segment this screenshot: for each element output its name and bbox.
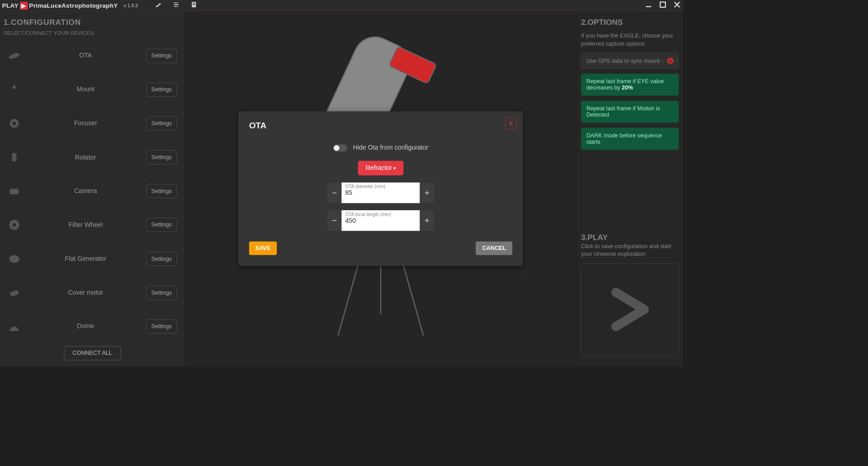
device-label: Dome xyxy=(25,323,146,330)
svg-rect-4 xyxy=(193,3,195,4)
device-label: OTA xyxy=(25,52,146,60)
svg-rect-18 xyxy=(10,290,19,297)
play-title: 3.PLAY xyxy=(581,233,679,242)
device-row-dome: Dome Settings xyxy=(4,310,181,344)
device-label: Mount xyxy=(25,86,146,94)
svg-rect-13 xyxy=(12,153,16,162)
device-row-mount: Mount Settings xyxy=(4,73,181,107)
device-row-flat-generator: Flat Generator Settings xyxy=(4,242,181,276)
focal-stepper: − OTA focal length (mm) + xyxy=(327,210,434,231)
device-label: Focuser xyxy=(25,120,146,127)
device-label: Filter Wheel xyxy=(25,221,146,229)
ota-settings-button[interactable]: Settings xyxy=(146,48,177,62)
minimize-icon[interactable] xyxy=(645,1,652,10)
device-row-filter-wheel: Filter Wheel Settings xyxy=(4,208,181,242)
device-label: Flat Generator xyxy=(25,255,146,263)
diameter-input[interactable] xyxy=(345,189,416,197)
document-icon[interactable] xyxy=(190,1,198,10)
hide-ota-toggle[interactable] xyxy=(333,144,347,151)
svg-point-10 xyxy=(8,52,20,60)
device-label: Rotator xyxy=(25,154,146,161)
eye-repeat-option[interactable]: Repeat last frame if EYE value decreases… xyxy=(581,74,679,96)
dialog-title: OTA xyxy=(249,121,512,131)
titlebar: PLAY ▶ PrimaLuceAstrophotographY v 1.9.3 xyxy=(0,0,683,11)
app-logo-icon: ▶ xyxy=(20,2,28,9)
configuration-title: 1.CONFIGURATION xyxy=(4,18,181,27)
play-subtitle: Click to save configuration and start yo… xyxy=(581,242,679,258)
svg-point-0 xyxy=(175,2,176,4)
options-panel: 2.OPTIONS If you have the EAGLE, choose … xyxy=(576,11,683,367)
svg-point-16 xyxy=(13,223,16,226)
device-label: Camera xyxy=(25,188,146,195)
svg-point-2 xyxy=(175,6,176,7)
ota-icon xyxy=(4,49,25,62)
diameter-stepper: − OTA diameter (mm) + xyxy=(327,183,434,203)
gps-badge: 0 xyxy=(667,57,674,64)
ota-dialog: OTA X Hide Ota from configurator Refract… xyxy=(238,111,523,266)
svg-point-1 xyxy=(177,4,178,5)
device-row-cover-motor: Cover motor Settings xyxy=(4,276,181,310)
camera-icon xyxy=(4,184,25,198)
dark-option-label: DARK mode before sequence starts xyxy=(586,132,674,145)
preview-area: OTA X Hide Ota from configurator Refract… xyxy=(185,11,576,367)
mount-icon xyxy=(4,83,25,96)
flat-generator-settings-button[interactable]: Settings xyxy=(146,252,177,266)
focuser-settings-button[interactable]: Settings xyxy=(146,116,177,130)
save-button[interactable]: SAVE xyxy=(249,241,277,255)
device-row-focuser: Focuser Settings xyxy=(4,107,181,141)
dome-settings-button[interactable]: Settings xyxy=(146,320,177,334)
eye-option-value: 20% xyxy=(622,85,633,90)
focal-input[interactable] xyxy=(345,217,416,225)
play-button[interactable] xyxy=(581,263,679,356)
device-row-rotator: Rotator Settings xyxy=(4,140,181,174)
options-subtitle: If you have the EAGLE, choose your prefe… xyxy=(581,32,679,48)
cancel-button[interactable]: CANCEL xyxy=(476,241,512,255)
sliders-icon[interactable] xyxy=(173,1,180,10)
play-icon xyxy=(601,281,658,338)
cover-motor-icon xyxy=(4,286,25,299)
gps-sync-option[interactable]: Use GPS data to sync mount - 0 xyxy=(581,53,679,69)
app-prefix: PLAY xyxy=(2,2,19,9)
focal-decrement-button[interactable]: − xyxy=(327,210,341,231)
camera-settings-button[interactable]: Settings xyxy=(146,184,177,198)
device-row-ota: OTA Settings xyxy=(4,39,181,73)
gps-sync-label: Use GPS data to sync mount - xyxy=(586,57,663,64)
svg-rect-5 xyxy=(193,5,195,5)
configuration-subtitle: SELECT/CONNECT YOUR DEVICES xyxy=(4,30,181,36)
rotator-settings-button[interactable]: Settings xyxy=(146,150,177,164)
connect-all-button[interactable]: CONNECT ALL xyxy=(64,346,121,360)
dark-mode-option[interactable]: DARK mode before sequence starts xyxy=(581,127,679,150)
rotator-icon xyxy=(4,151,25,164)
focal-label: OTA focal length (mm) xyxy=(345,212,416,217)
ota-type-dropdown[interactable]: Refractor xyxy=(358,161,403,175)
app-version: v 1.9.3 xyxy=(123,3,137,8)
telescope-icon[interactable] xyxy=(155,1,162,10)
flat-generator-icon xyxy=(4,252,25,266)
focuser-icon xyxy=(4,117,25,130)
diameter-increment-button[interactable]: + xyxy=(420,183,434,203)
svg-rect-7 xyxy=(660,2,665,7)
maximize-icon[interactable] xyxy=(659,1,667,10)
svg-point-17 xyxy=(9,255,19,263)
app-name: PrimaLuceAstrophotographY xyxy=(29,2,118,9)
mount-settings-button[interactable]: Settings xyxy=(146,82,177,96)
device-label: Cover motor xyxy=(25,289,146,297)
motion-repeat-option[interactable]: Repeat last frame if Motion is Detected xyxy=(581,101,679,123)
diameter-label: OTA diameter (mm) xyxy=(345,184,416,189)
hide-ota-label: Hide Ota from configurator xyxy=(353,144,429,152)
options-title: 2.OPTIONS xyxy=(581,18,679,27)
focal-increment-button[interactable]: + xyxy=(420,210,434,231)
dome-icon xyxy=(4,320,25,333)
close-icon[interactable] xyxy=(673,1,681,10)
svg-rect-14 xyxy=(10,189,19,194)
motion-option-label: Repeat last frame if Motion is Detected xyxy=(586,105,674,118)
dialog-close-button[interactable]: X xyxy=(505,118,517,129)
filter-wheel-settings-button[interactable]: Settings xyxy=(146,218,177,232)
diameter-decrement-button[interactable]: − xyxy=(327,183,341,203)
device-row-camera: Camera Settings xyxy=(4,174,181,208)
filter-wheel-icon xyxy=(4,218,25,232)
svg-point-12 xyxy=(13,122,16,125)
configuration-panel: 1.CONFIGURATION SELECT/CONNECT YOUR DEVI… xyxy=(0,11,185,367)
cover-motor-settings-button[interactable]: Settings xyxy=(146,286,177,300)
